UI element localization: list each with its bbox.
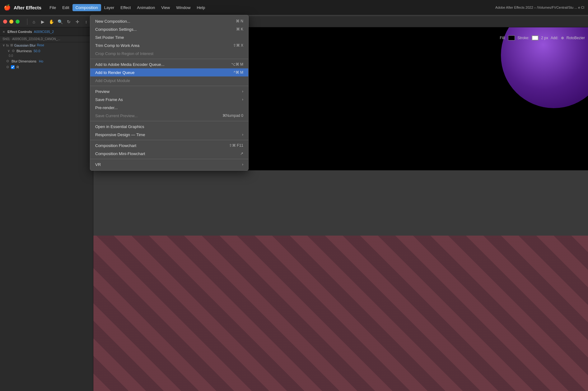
menu-shortcut-trim-comp: ⇧⌘ X bbox=[233, 43, 243, 48]
left-panel: ✕ Effect Controls A009C035_2 Sh01 · A009… bbox=[0, 27, 93, 391]
menu-bar: 🍎 After Effects File Edit Composition La… bbox=[0, 0, 588, 15]
checkbox-row: ⊙ R bbox=[0, 64, 93, 70]
toolbar-separator-1 bbox=[27, 19, 27, 25]
checker-floor bbox=[93, 236, 588, 391]
menu-animation[interactable]: Animation bbox=[134, 4, 158, 11]
effect-reset-button[interactable]: Rese bbox=[37, 44, 44, 47]
stroke-label: Stroke: bbox=[517, 36, 529, 40]
add-label: Add: bbox=[551, 36, 558, 40]
toolbar: ⌂ ▶ ✋ 🔍 ↻ ✛ ↕ Fill: Stroke: 2 px Add: ⊕ … bbox=[0, 16, 588, 27]
menu-view[interactable]: View bbox=[158, 4, 173, 11]
menu-composition[interactable]: Composition bbox=[72, 4, 101, 11]
menu-item-composition-settings[interactable]: Composition Settings...⌘ K bbox=[90, 25, 248, 33]
menu-item-label-save-frame-as: Save Frame As bbox=[95, 97, 123, 102]
app-name-label: After Effects bbox=[14, 5, 41, 10]
menu-separator-after-responsive-design-time bbox=[90, 140, 248, 140]
menu-item-save-frame-as[interactable]: Save Frame As› bbox=[90, 95, 248, 104]
menu-item-label-vr: VR bbox=[95, 162, 101, 167]
menu-effect[interactable]: Effect bbox=[117, 4, 134, 11]
minimize-button[interactable] bbox=[9, 20, 13, 24]
menu-item-label-open-essential-graphics: Open in Essential Graphics bbox=[95, 124, 144, 129]
zoom-tool-icon[interactable]: 🔍 bbox=[57, 18, 63, 25]
menu-item-label-add-to-encoder: Add to Adobe Media Encoder Queue... bbox=[95, 62, 165, 67]
apple-menu-icon[interactable]: 🍎 bbox=[4, 4, 11, 11]
menu-item-label-new-composition: New Composition... bbox=[95, 19, 130, 24]
blurriness-value[interactable]: 50.0 bbox=[34, 49, 40, 53]
arrow-tool-icon[interactable]: ▶ bbox=[39, 18, 46, 25]
menu-item-composition-mini-flowchart[interactable]: Composition Mini-Flowchart↗ bbox=[90, 150, 248, 158]
menu-item-composition-flowchart[interactable]: Composition Flowchart⇧⌘ F11 bbox=[90, 141, 248, 150]
home-icon[interactable]: ⌂ bbox=[30, 18, 37, 25]
pen-tool-icon[interactable]: ↕ bbox=[83, 18, 90, 25]
rotate-tool-icon[interactable]: ↻ bbox=[65, 18, 72, 25]
menu-shortcut-add-to-render-queue: ^⌘ M bbox=[234, 70, 243, 75]
menu-edit[interactable]: Edit bbox=[59, 4, 72, 11]
menu-arrow-vr: › bbox=[242, 162, 243, 167]
blur-dimensions-row: ⊙ Blur Dimensions Ho bbox=[0, 58, 93, 64]
menu-item-trim-comp[interactable]: Trim Comp to Work Area⇧⌘ X bbox=[90, 41, 248, 49]
menu-shortcut-composition-settings: ⌘ K bbox=[236, 27, 243, 31]
menu-separator-after-composition-mini-flowchart bbox=[90, 159, 248, 159]
menu-shortcut-new-composition: ⌘ N bbox=[236, 19, 243, 23]
menu-shortcut-save-current-preview: ⌘Numpad 0 bbox=[222, 113, 243, 118]
composition-menu: New Composition...⌘ NComposition Setting… bbox=[90, 15, 249, 171]
menu-arrow-preview: › bbox=[242, 89, 243, 94]
hand-tool-icon[interactable]: ✋ bbox=[48, 18, 55, 25]
blur-dimensions-label: Blur Dimensions bbox=[12, 59, 36, 63]
panel-header: ✕ Effect Controls A009C035_2 bbox=[0, 27, 93, 36]
menu-item-vr[interactable]: VR› bbox=[90, 160, 248, 168]
menu-item-pre-render[interactable]: Pre-render... bbox=[90, 104, 248, 112]
stroke-size-label: 2 px bbox=[541, 36, 548, 40]
fill-swatch[interactable] bbox=[508, 35, 515, 40]
menu-item-label-composition-settings: Composition Settings... bbox=[95, 27, 137, 32]
rotobezier-label: RotoBezier bbox=[567, 36, 585, 40]
menu-item-preview[interactable]: Preview› bbox=[90, 87, 248, 95]
blurriness-zero: 0.0 bbox=[0, 53, 93, 58]
menu-separator-after-save-current-preview bbox=[90, 121, 248, 121]
blur-dimensions-value[interactable]: Ho bbox=[39, 59, 43, 63]
blurriness-prop-row: ∨ ⊙ Blurriness 50.0 bbox=[0, 48, 93, 53]
menu-arrow-save-frame-as: › bbox=[242, 97, 243, 102]
menu-help[interactable]: Help bbox=[194, 4, 208, 11]
panel-name-label: Effect Controls bbox=[7, 30, 32, 34]
menu-separator-after-add-output-module bbox=[90, 86, 248, 86]
menu-item-label-preview: Preview bbox=[95, 89, 110, 94]
move-tool-icon[interactable]: ✛ bbox=[74, 18, 81, 25]
window-title-label: Adobe After Effects 2022 – /Volumes/FVCe… bbox=[495, 6, 584, 9]
repeat-edge-checkbox[interactable] bbox=[11, 65, 15, 69]
traffic-lights bbox=[3, 20, 20, 24]
zoom-button[interactable] bbox=[16, 20, 20, 24]
menu-item-add-to-render-queue[interactable]: Add to Render Queue^⌘ M bbox=[90, 68, 248, 76]
menu-item-label-add-output-module: Add Output Module bbox=[95, 78, 130, 83]
menu-item-label-crop-comp: Crop Comp to Region of Interest bbox=[95, 51, 153, 56]
stroke-swatch[interactable] bbox=[532, 35, 539, 40]
menu-item-label-composition-mini-flowchart: Composition Mini-Flowchart bbox=[95, 151, 145, 156]
menu-item-new-composition[interactable]: New Composition...⌘ N bbox=[90, 17, 248, 25]
menu-item-label-responsive-design-time: Responsive Design — Time bbox=[95, 132, 145, 137]
menu-item-label-trim-comp: Trim Comp to Work Area bbox=[95, 43, 139, 48]
menu-window[interactable]: Window bbox=[173, 4, 194, 11]
menu-item-add-to-encoder[interactable]: Add to Adobe Media Encoder Queue...⌥⌘ M bbox=[90, 60, 248, 68]
gaussian-blur-effect-row: ∨ fx ⊞ Gaussian Blur Rese bbox=[0, 42, 93, 48]
panel-close-button[interactable]: ✕ bbox=[2, 30, 6, 33]
close-button[interactable] bbox=[3, 20, 7, 24]
blurriness-label: Blurriness bbox=[16, 49, 32, 53]
menu-item-open-essential-graphics[interactable]: Open in Essential Graphics bbox=[90, 122, 248, 131]
panel-comp-label: A009C035_2 bbox=[34, 30, 54, 34]
menu-item-set-poster-time[interactable]: Set Poster Time bbox=[90, 33, 248, 41]
menu-item-crop-comp: Crop Comp to Region of Interest bbox=[90, 49, 248, 58]
add-icon[interactable]: ⊕ bbox=[561, 36, 564, 40]
repeat-edge-label: R bbox=[16, 65, 19, 69]
menu-shortcut-composition-flowchart: ⇧⌘ F11 bbox=[229, 143, 243, 148]
fill-stroke-area: Fill: Stroke: 2 px Add: ⊕ RotoBezier bbox=[497, 32, 588, 44]
menu-item-label-set-poster-time: Set Poster Time bbox=[95, 35, 124, 40]
menu-shortcut-add-to-encoder: ⌥⌘ M bbox=[231, 62, 243, 67]
menu-item-label-composition-flowchart: Composition Flowchart bbox=[95, 143, 136, 148]
menu-file[interactable]: File bbox=[46, 4, 59, 11]
menu-layer[interactable]: Layer bbox=[101, 4, 118, 11]
menu-item-label-save-current-preview: Save Current Preview... bbox=[95, 113, 138, 118]
menu-item-add-output-module: Add Output Module bbox=[90, 76, 248, 85]
gaussian-blur-label: Gaussian Blur bbox=[14, 44, 36, 47]
menu-item-save-current-preview: Save Current Preview...⌘Numpad 0 bbox=[90, 112, 248, 120]
menu-item-responsive-design-time[interactable]: Responsive Design — Time› bbox=[90, 131, 248, 139]
